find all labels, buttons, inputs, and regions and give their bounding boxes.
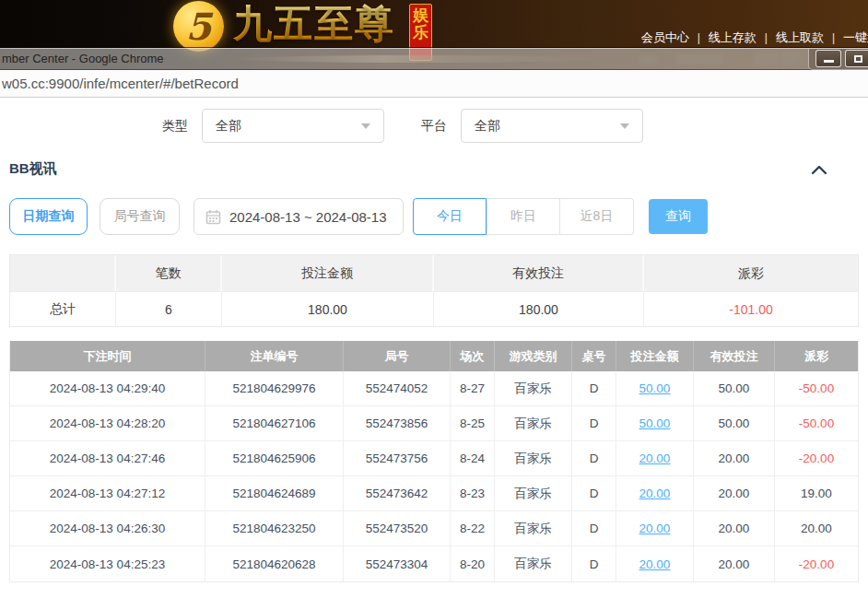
query-bar: 日期查询 局号查询 2024-08-13 ~ 2024-08-13 今日 昨日 …: [9, 198, 708, 235]
minimize-icon: [824, 60, 834, 63]
round-query-button[interactable]: 局号查询: [100, 198, 180, 235]
table-cell: 552473856: [344, 406, 451, 440]
window-controls: [808, 49, 868, 70]
table-cell: 50.00: [694, 371, 775, 405]
table-row: 2024-08-13 04:29:40521804629976552474052…: [10, 371, 858, 406]
table-row: 2024-08-13 04:26:30521804623250552473520…: [10, 511, 858, 546]
table-cell: -20.00: [775, 546, 858, 581]
nav-link-2[interactable]: 线上取款: [776, 29, 824, 46]
table-cell: 8-25: [451, 406, 495, 440]
bet-amount-link[interactable]: 20.00: [639, 487, 671, 500]
table-cell: 521804625906: [205, 441, 344, 475]
table-cell: D: [572, 371, 616, 405]
bet-amount-cell: 20.00: [616, 476, 694, 510]
table-cell: 20.00: [694, 476, 775, 510]
table-cell: 521804623250: [205, 511, 344, 545]
summary-total-row: 总计 6 180.00 180.00 -101.00: [10, 291, 858, 326]
platform-select[interactable]: 全部: [461, 109, 643, 143]
nav-link-0[interactable]: 会员中心: [641, 29, 689, 46]
bet-amount-link[interactable]: 20.00: [639, 451, 671, 465]
bet-record-table: 下注时间注单编号局号场次游戏类别桌号投注金额有效投注派彩 2024-08-13 …: [9, 341, 859, 582]
table-cell: 8-24: [451, 441, 495, 475]
detail-header-1: 注单编号: [205, 341, 344, 371]
date-query-button[interactable]: 日期查询: [9, 198, 88, 235]
table-cell: -50.00: [775, 406, 858, 440]
date-range-value: 2024-08-13 ~ 2024-08-13: [229, 209, 387, 225]
table-cell: D: [572, 441, 616, 475]
nav-link-3[interactable]: 一键划: [843, 29, 868, 46]
table-cell: 8-23: [451, 476, 495, 510]
search-button[interactable]: 查询: [649, 199, 708, 234]
nav-separator: |: [832, 31, 835, 44]
yesterday-button[interactable]: 昨日: [487, 198, 560, 235]
table-cell: -50.00: [775, 371, 858, 405]
table-cell: 521804627106: [205, 406, 344, 440]
chevron-up-icon[interactable]: [811, 162, 827, 179]
badge-char-1: 娱: [413, 6, 428, 24]
bet-amount-link[interactable]: 20.00: [639, 557, 671, 571]
bet-amount-cell: 20.00: [616, 546, 694, 581]
summary-count-value: 6: [116, 291, 222, 326]
table-row: 2024-08-13 04:28:20521804627106552473856…: [10, 406, 858, 441]
summary-header-payout: 派彩: [644, 255, 858, 291]
minimize-button[interactable]: [815, 50, 841, 67]
table-cell: 8-20: [451, 546, 495, 581]
calendar-icon: [205, 209, 221, 225]
bet-amount-link[interactable]: 20.00: [639, 522, 671, 535]
table-cell: D: [572, 546, 616, 581]
detail-header-5: 桌号: [572, 341, 616, 371]
bet-amount-link[interactable]: 50.00: [639, 416, 671, 430]
quick-date-group: 今日 昨日 近8日: [413, 198, 634, 235]
section-header: BB视讯: [9, 160, 850, 178]
table-cell: 2024-08-13 04:29:40: [10, 371, 205, 405]
table-row: 2024-08-13 04:27:12521804624689552473642…: [10, 476, 858, 511]
table-cell: 552473520: [344, 511, 451, 545]
section-title: BB视讯: [9, 160, 57, 176]
nav-link-1[interactable]: 线上存款: [709, 29, 757, 46]
detail-header-8: 派彩: [775, 341, 858, 371]
table-row: 2024-08-13 04:27:46521804625906552473756…: [10, 441, 858, 476]
table-cell: 2024-08-13 04:27:46: [10, 441, 205, 475]
page-content: 类型 全部 平台 全部 BB视讯 日期查询 局号查询: [0, 98, 868, 598]
table-cell: 百家乐: [495, 546, 572, 581]
bet-amount-cell: 20.00: [616, 511, 694, 545]
table-cell: 8-22: [451, 511, 495, 545]
table-cell: 百家乐: [495, 406, 572, 440]
bet-amount-cell: 50.00: [616, 371, 694, 405]
redacted-text-2: [675, 54, 724, 64]
table-cell: 20.00: [694, 546, 775, 581]
today-button[interactable]: 今日: [413, 198, 487, 235]
bet-amount-link[interactable]: 50.00: [639, 381, 671, 395]
table-cell: 552473756: [344, 441, 451, 475]
logo-5-icon: 5: [173, 1, 224, 52]
browser-titlebar[interactable]: mber Center - Google Chrome: [0, 48, 868, 70]
summary-header-bet-amount: 投注金额: [222, 255, 434, 291]
summary-total-label: 总计: [10, 291, 116, 326]
maximize-icon: [854, 55, 862, 63]
last-8-days-button[interactable]: 近8日: [560, 198, 634, 235]
browser-urlbar[interactable]: w05.cc:9900/infe/mcenter/#/betRecord: [0, 70, 868, 98]
type-select[interactable]: 全部: [202, 109, 384, 143]
summary-table-header: 笔数 投注金额 有效投注 派彩: [10, 255, 858, 291]
table-cell: 521804624689: [205, 476, 344, 510]
detail-header-4: 游戏类别: [495, 341, 572, 371]
date-range-input[interactable]: 2024-08-13 ~ 2024-08-13: [194, 198, 404, 235]
table-cell: 552474052: [344, 371, 451, 405]
table-cell: 百家乐: [495, 476, 572, 510]
table-cell: 百家乐: [495, 371, 572, 405]
summary-table: 笔数 投注金额 有效投注 派彩 总计 6 180.00 180.00 -101.…: [9, 254, 859, 327]
site-logo-title: 九五至尊: [233, 1, 395, 47]
table-cell: 50.00: [694, 406, 775, 440]
filter-row: 类型 全部 平台 全部: [162, 109, 643, 143]
nav-separator: |: [698, 31, 700, 44]
type-filter-label: 类型: [162, 118, 188, 135]
table-cell: 2024-08-13 04:28:20: [10, 406, 205, 440]
detail-header-2: 局号: [344, 341, 451, 371]
maximize-button[interactable]: [845, 50, 868, 67]
table-cell: 8-27: [451, 371, 495, 405]
bet-amount-cell: 20.00: [616, 441, 694, 475]
bet-record-table-body: 2024-08-13 04:29:40521804629976552474052…: [10, 371, 858, 581]
table-cell: 百家乐: [495, 441, 572, 475]
table-cell: D: [572, 511, 616, 545]
badge-char-2: 乐: [413, 24, 428, 41]
